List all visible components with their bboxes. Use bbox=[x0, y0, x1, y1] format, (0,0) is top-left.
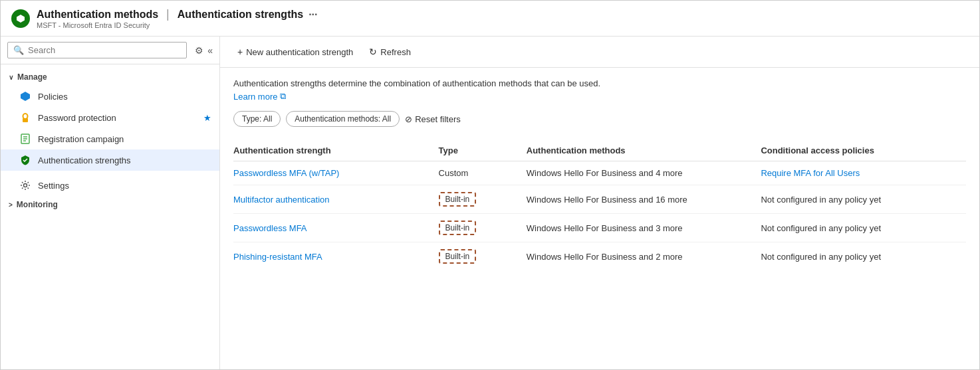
monitoring-chevron: > bbox=[9, 201, 13, 209]
builtin-badge: Built-in bbox=[439, 192, 477, 207]
content-body: Authentication strengths determine the c… bbox=[220, 68, 979, 281]
strength-cell: Multifactor authentication bbox=[233, 185, 439, 214]
authentication-strengths-table: Authentication strength Type Authenticat… bbox=[233, 140, 966, 270]
policies-cell: Require MFA for All Users bbox=[761, 161, 966, 185]
type-cell: Custom bbox=[439, 161, 527, 185]
search-icon: 🔍 bbox=[13, 45, 24, 55]
reset-filters-label: Reset filters bbox=[415, 114, 461, 124]
strength-cell: Passwordless MFA bbox=[233, 214, 439, 242]
table-header: Authentication strength Type Authenticat… bbox=[233, 140, 966, 161]
sidebar-item-password-protection[interactable]: Password protection ★ bbox=[1, 107, 219, 128]
search-input[interactable] bbox=[28, 45, 181, 55]
builtin-badge: Built-in bbox=[439, 249, 477, 264]
sidebar-monitoring-header[interactable]: > Monitoring bbox=[1, 196, 219, 213]
page-title-block: Authentication methods | Authentication … bbox=[37, 7, 317, 29]
password-protection-star: ★ bbox=[203, 113, 211, 123]
settings-icon[interactable]: ⚙ bbox=[195, 45, 203, 56]
col-header-methods: Authentication methods bbox=[527, 140, 761, 161]
sidebar-item-settings[interactable]: Settings bbox=[1, 175, 219, 196]
type-cell: Built-in bbox=[439, 242, 527, 271]
col-header-policies: Conditional access policies bbox=[761, 140, 966, 161]
auth-strengths-title: Authentication strengths bbox=[178, 9, 303, 21]
password-protection-icon bbox=[19, 112, 31, 124]
table-body: Passwordless MFA (w/TAP)CustomWindows He… bbox=[233, 161, 966, 271]
svg-marker-0 bbox=[21, 92, 30, 101]
toolbar: + New authentication strength ↻ Refresh bbox=[220, 37, 979, 68]
description-text: Authentication strengths determine the c… bbox=[233, 78, 966, 88]
search-box[interactable]: 🔍 bbox=[7, 42, 187, 58]
strength-link[interactable]: Passwordless MFA bbox=[233, 223, 307, 233]
reset-filters-button[interactable]: ⊘ Reset filters bbox=[405, 114, 461, 124]
registration-campaign-label: Registration campaign bbox=[38, 134, 211, 144]
methods-cell: Windows Hello For Business and 16 more bbox=[527, 185, 761, 214]
svg-point-7 bbox=[24, 184, 27, 187]
main-layout: 🔍 ⚙ « ∨ Manage Policies bbox=[1, 37, 979, 369]
builtin-badge: Built-in bbox=[439, 221, 477, 235]
collapse-icon[interactable]: « bbox=[207, 45, 213, 56]
reset-filters-icon: ⊘ bbox=[405, 114, 412, 124]
sidebar-item-authentication-strengths[interactable]: Authentication strengths bbox=[1, 149, 219, 171]
settings-label: Settings bbox=[38, 181, 211, 191]
new-icon: + bbox=[237, 46, 243, 57]
policies-label: Policies bbox=[38, 92, 211, 102]
refresh-icon: ↻ bbox=[369, 46, 377, 57]
authentication-strengths-icon bbox=[19, 154, 31, 166]
new-btn-label: New authentication strength bbox=[246, 47, 353, 57]
policy-link[interactable]: Require MFA for All Users bbox=[761, 168, 860, 178]
manage-section-header[interactable]: ∨ Manage bbox=[1, 68, 219, 86]
policies-icon bbox=[19, 90, 31, 102]
svg-rect-2 bbox=[23, 118, 28, 122]
sidebar-item-policies[interactable]: Policies bbox=[1, 86, 219, 107]
page-title-main: Authentication methods | Authentication … bbox=[37, 7, 317, 21]
learn-more-label: Learn more bbox=[233, 92, 277, 102]
settings-nav-icon bbox=[19, 179, 31, 191]
policies-cell: Not configured in any policy yet bbox=[761, 214, 966, 242]
page-header: Authentication methods | Authentication … bbox=[1, 1, 979, 37]
manage-section: ∨ Manage Policies bbox=[1, 64, 219, 175]
learn-more-external-icon: ⧉ bbox=[280, 91, 286, 102]
methods-filter[interactable]: Authentication methods: All bbox=[286, 111, 400, 127]
policies-cell: Not configured in any policy yet bbox=[761, 185, 966, 214]
table-row: Multifactor authenticationBuilt-inWindow… bbox=[233, 185, 966, 214]
strength-link[interactable]: Multifactor authentication bbox=[233, 195, 330, 205]
monitoring-label: Monitoring bbox=[17, 200, 58, 209]
password-protection-label: Password protection bbox=[38, 113, 197, 123]
table-row: Passwordless MFA (w/TAP)CustomWindows He… bbox=[233, 161, 966, 185]
auth-methods-title: Authentication methods bbox=[37, 9, 158, 21]
refresh-btn-label: Refresh bbox=[380, 47, 411, 57]
registration-campaign-icon bbox=[19, 133, 31, 145]
learn-more-link[interactable]: Learn more ⧉ bbox=[233, 91, 286, 102]
new-authentication-strength-button[interactable]: + New authentication strength bbox=[231, 43, 360, 60]
methods-cell: Windows Hello For Business and 2 more bbox=[527, 242, 761, 271]
sidebar-item-registration-campaign[interactable]: Registration campaign bbox=[1, 128, 219, 149]
authentication-strengths-label: Authentication strengths bbox=[38, 155, 211, 165]
refresh-button[interactable]: ↻ Refresh bbox=[362, 43, 418, 60]
col-header-strength: Authentication strength bbox=[233, 140, 439, 161]
content-area: + New authentication strength ↻ Refresh … bbox=[220, 37, 979, 369]
filters-bar: Type: All Authentication methods: All ⊘ … bbox=[233, 111, 966, 127]
table-row: Passwordless MFABuilt-inWindows Hello Fo… bbox=[233, 214, 966, 242]
manage-label: Manage bbox=[17, 72, 47, 82]
col-header-type: Type bbox=[439, 140, 527, 161]
sidebar-action-icons: ⚙ « bbox=[195, 45, 213, 56]
sidebar: 🔍 ⚙ « ∨ Manage Policies bbox=[1, 37, 220, 369]
manage-chevron: ∨ bbox=[9, 74, 13, 81]
page-subtitle: MSFT - Microsoft Entra ID Security bbox=[37, 21, 317, 29]
strength-cell: Phishing-resistant MFA bbox=[233, 242, 439, 271]
strength-cell: Passwordless MFA (w/TAP) bbox=[233, 161, 439, 185]
type-filter[interactable]: Type: All bbox=[233, 111, 281, 127]
strength-link[interactable]: Phishing-resistant MFA bbox=[233, 252, 322, 262]
methods-cell: Windows Hello For Business and 3 more bbox=[527, 214, 761, 242]
sidebar-search-area: 🔍 ⚙ « bbox=[1, 37, 219, 64]
policies-cell: Not configured in any policy yet bbox=[761, 242, 966, 271]
svg-point-1 bbox=[23, 114, 28, 119]
methods-cell: Windows Hello For Business and 4 more bbox=[527, 161, 761, 185]
type-cell: Built-in bbox=[439, 185, 527, 214]
title-separator: | bbox=[166, 7, 170, 21]
strength-link[interactable]: Passwordless MFA (w/TAP) bbox=[233, 168, 339, 178]
app-logo bbox=[11, 9, 30, 28]
table-row: Phishing-resistant MFABuilt-inWindows He… bbox=[233, 242, 966, 271]
type-cell: Built-in bbox=[439, 214, 527, 242]
more-options-dots[interactable]: ··· bbox=[308, 9, 317, 21]
